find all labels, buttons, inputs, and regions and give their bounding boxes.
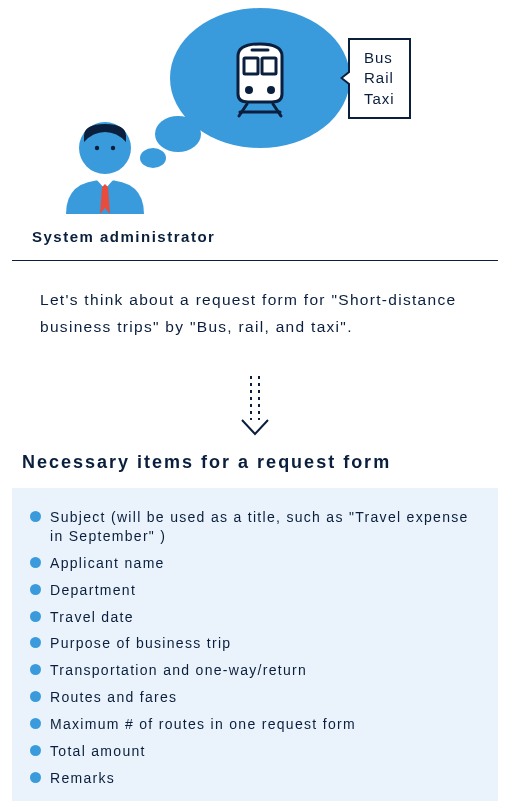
- list-item-text: Total amount: [50, 743, 146, 759]
- train-icon: [227, 38, 293, 118]
- section-title: Necessary items for a request form: [22, 452, 488, 473]
- list-item-text: Purpose of business trip: [50, 635, 231, 651]
- svg-point-9: [95, 146, 99, 150]
- intro-text: Let's think about a request form for "Sh…: [40, 286, 470, 340]
- list-item: Travel date: [30, 608, 480, 627]
- down-arrow-icon: [240, 376, 270, 442]
- list-item: Purpose of business trip: [30, 634, 480, 653]
- list-item: Department: [30, 581, 480, 600]
- items-list-box: Subject (will be used as a title, such a…: [12, 488, 498, 801]
- thought-bubble-main: [170, 8, 350, 148]
- list-item-text: Routes and fares: [50, 689, 177, 705]
- list-item-text: Transportation and one-way/return: [50, 662, 307, 678]
- svg-point-10: [111, 146, 115, 150]
- list-item-text: Maximum # of routes in one request form: [50, 716, 356, 732]
- svg-point-3: [267, 86, 275, 94]
- divider: [12, 260, 498, 261]
- person-caption: System administrator: [32, 228, 215, 245]
- person-icon: [60, 116, 150, 220]
- speech-line-1: Bus: [364, 48, 395, 68]
- list-item-text: Applicant name: [50, 555, 165, 571]
- illustration-area: Bus Rail Taxi System administrator: [0, 0, 510, 255]
- list-item: Total amount: [30, 742, 480, 761]
- svg-rect-1: [262, 58, 276, 74]
- list-item-text: Subject (will be used as a title, such a…: [50, 509, 469, 544]
- list-item: Transportation and one-way/return: [30, 661, 480, 680]
- list-item-text: Remarks: [50, 770, 115, 786]
- speech-line-3: Taxi: [364, 89, 395, 109]
- list-item: Subject (will be used as a title, such a…: [30, 508, 480, 546]
- list-item: Applicant name: [30, 554, 480, 573]
- svg-line-5: [239, 104, 247, 116]
- list-item: Maximum # of routes in one request form: [30, 715, 480, 734]
- list-item: Routes and fares: [30, 688, 480, 707]
- speech-bubble: Bus Rail Taxi: [348, 38, 411, 119]
- items-list: Subject (will be used as a title, such a…: [30, 508, 480, 788]
- list-item-text: Travel date: [50, 609, 134, 625]
- svg-rect-0: [244, 58, 258, 74]
- svg-line-6: [273, 104, 281, 116]
- speech-line-2: Rail: [364, 68, 395, 88]
- list-item: Remarks: [30, 769, 480, 788]
- list-item-text: Department: [50, 582, 136, 598]
- svg-point-2: [245, 86, 253, 94]
